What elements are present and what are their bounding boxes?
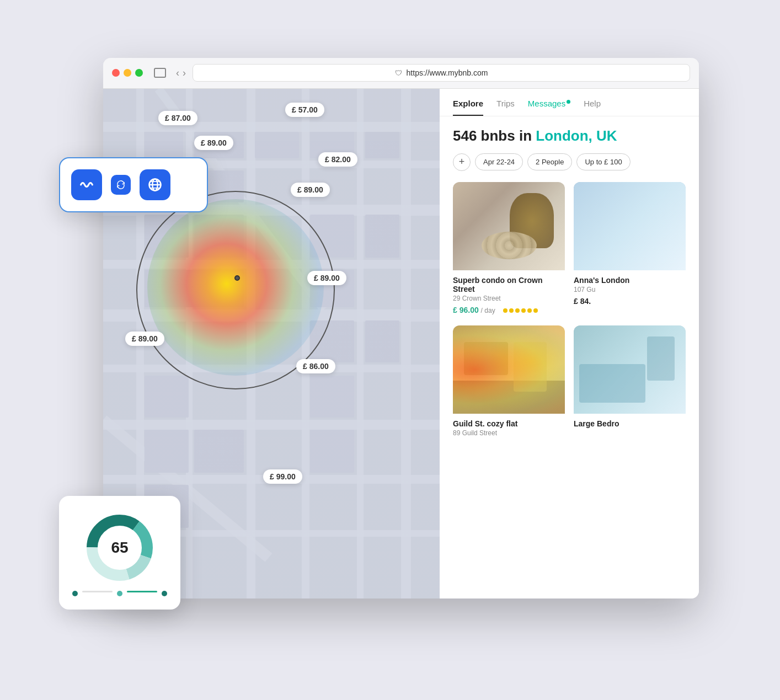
rating-dot — [503, 308, 507, 313]
browser-window: ‹ › 🛡 https://www.mybnb.com — [103, 58, 699, 599]
messages-dot — [567, 100, 570, 104]
nav-arrows: ‹ › — [176, 67, 186, 79]
rating-dot — [509, 308, 514, 313]
rating-dots — [503, 308, 538, 313]
right-panel: Explore Trips Messages Help 546 bnbs in … — [440, 89, 699, 599]
nav-explore[interactable]: Explore — [453, 99, 483, 116]
svg-rect-29 — [365, 215, 399, 258]
floating-tools-card — [59, 157, 208, 212]
wave-tool-button[interactable] — [71, 169, 102, 200]
svg-rect-15 — [357, 89, 364, 599]
price-label[interactable]: £ 57.00 — [285, 103, 324, 117]
svg-rect-38 — [310, 430, 354, 473]
listing-image — [453, 182, 565, 270]
listing-address: 29 Crown Street — [453, 295, 565, 302]
url-text: https://www.mybnb.com — [407, 68, 488, 77]
listing-image — [574, 182, 686, 270]
listings-grid: Superb condo on Crown Street 29 Crown St… — [453, 182, 686, 442]
browser-chrome: ‹ › 🛡 https://www.mybnb.com — [103, 58, 699, 89]
map-center-dot — [234, 275, 240, 281]
nav-help[interactable]: Help — [584, 99, 601, 116]
result-heading: 546 bnbs in London, UK — [453, 127, 686, 145]
sidebar-toggle-icon[interactable] — [154, 68, 166, 78]
globe-tool-button[interactable] — [140, 169, 170, 200]
listing-card[interactable]: Superb condo on Crown Street 29 Crown St… — [453, 182, 565, 317]
date-filter-button[interactable]: Apr 22-24 — [475, 153, 523, 170]
nav-messages[interactable]: Messages — [528, 99, 570, 116]
filter-bar: + Apr 22-24 2 People Up to £ 100 — [453, 153, 686, 171]
svg-rect-34 — [310, 376, 354, 418]
nav-trips[interactable]: Trips — [496, 99, 515, 116]
svg-rect-23 — [255, 132, 299, 158]
listing-image — [574, 325, 686, 414]
price-label[interactable]: £ 89.00 — [194, 136, 233, 150]
donut-wrapper: 65 — [72, 509, 167, 586]
listing-info: Large Bedro — [574, 414, 686, 431]
rating-dot — [515, 308, 520, 313]
listing-info: Superb condo on Crown Street 29 Crown St… — [453, 270, 565, 317]
address-bar[interactable]: 🛡 https://www.mybnb.com — [193, 64, 690, 82]
shield-icon: 🛡 — [395, 69, 402, 77]
floating-chart-card: 65 — [59, 496, 180, 610]
listing-name: Anna's London — [574, 276, 686, 285]
listing-name: Guild St. cozy flat — [453, 419, 565, 428]
listing-card[interactable]: Guild St. cozy flat 89 Guild Street — [453, 325, 565, 442]
price-label[interactable]: £ 86.00 — [296, 359, 335, 373]
svg-rect-19 — [145, 132, 183, 158]
chart-line-1 — [82, 591, 113, 592]
listing-price: £ 84. — [574, 297, 686, 306]
people-filter-button[interactable]: 2 People — [527, 153, 572, 170]
forward-arrow-icon[interactable]: › — [183, 67, 186, 79]
rating-dot — [533, 308, 538, 313]
refresh-tool-button[interactable] — [111, 175, 131, 195]
traffic-lights — [112, 69, 143, 77]
listing-card[interactable]: Anna's London 107 Gu £ 84. — [574, 182, 686, 317]
svg-rect-2 — [103, 122, 440, 132]
rating-dot — [527, 308, 532, 313]
chart-dot-3 — [162, 591, 167, 596]
result-count: 546 bnbs in — [453, 127, 532, 144]
listing-name: Large Bedro — [574, 419, 686, 428]
listing-image — [453, 325, 565, 414]
listing-address: 107 Gu — [574, 286, 686, 293]
panel-content: 546 bnbs in London, UK + Apr 22-24 2 Peo… — [440, 116, 699, 453]
chart-dot-2 — [117, 591, 122, 596]
site-nav: Explore Trips Messages Help — [440, 89, 699, 116]
svg-rect-25 — [365, 132, 399, 158]
price-label[interactable]: £ 89.00 — [307, 271, 346, 285]
svg-rect-35 — [365, 320, 399, 362]
close-button[interactable] — [112, 69, 120, 77]
svg-rect-8 — [103, 420, 440, 430]
add-filter-button[interactable]: + — [453, 153, 471, 171]
rating-dot — [521, 308, 526, 313]
rug-decoration — [482, 232, 537, 259]
price-label[interactable]: £ 89.00 — [125, 332, 164, 346]
chart-value: 65 — [111, 539, 128, 557]
back-arrow-icon[interactable]: ‹ — [176, 67, 179, 79]
svg-rect-37 — [194, 430, 244, 473]
svg-rect-36 — [145, 430, 189, 473]
listing-price: £ 96.00 / day — [453, 306, 565, 314]
per-day-label: / day — [481, 307, 495, 314]
maximize-button[interactable] — [135, 69, 143, 77]
minimize-button[interactable] — [124, 69, 131, 77]
chart-dots — [72, 591, 167, 596]
chart-line-2 — [127, 591, 157, 592]
listing-name: Superb condo on Crown Street — [453, 276, 565, 293]
chart-dot-1 — [72, 591, 78, 596]
result-location-text: London, UK — [536, 127, 617, 144]
svg-rect-16 — [401, 89, 411, 599]
listing-info: Guild St. cozy flat 89 Guild Street — [453, 414, 565, 442]
price-label[interactable]: £ 87.00 — [158, 111, 197, 125]
listing-card[interactable]: Large Bedro — [574, 325, 686, 442]
price-label[interactable]: £ 89.00 — [291, 183, 330, 197]
price-label[interactable]: £ 99.00 — [263, 469, 302, 484]
listing-address: 89 Guild Street — [453, 429, 565, 437]
price-label[interactable]: £ 82.00 — [318, 152, 357, 167]
listing-info: Anna's London 107 Gu £ 84. — [574, 270, 686, 308]
price-filter-button[interactable]: Up to £ 100 — [576, 153, 630, 170]
svg-rect-32 — [145, 376, 189, 418]
